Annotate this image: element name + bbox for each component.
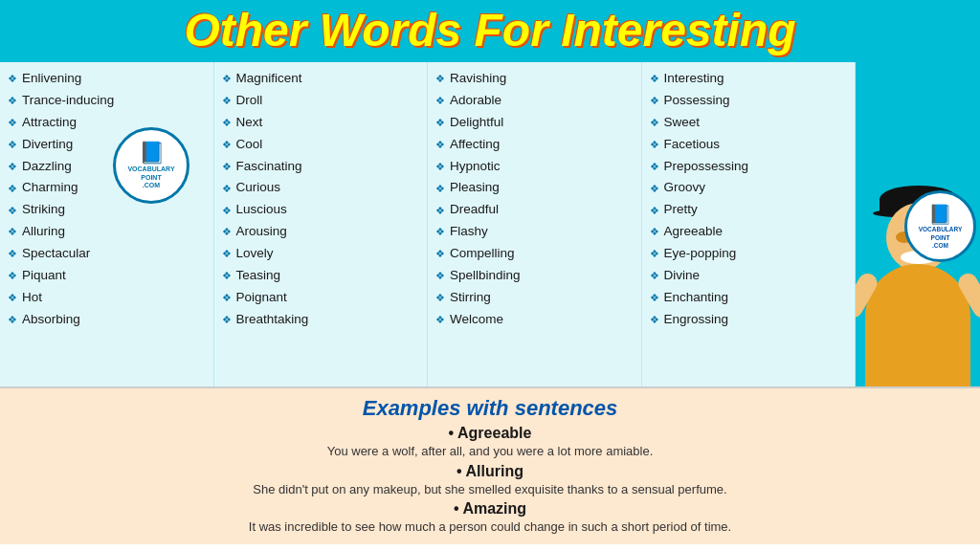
word-item: Attracting <box>8 112 206 134</box>
example-entry: • Alluring She didn't put on any makeup,… <box>19 463 961 499</box>
logo-text: VOCABULARYPOINT.COM <box>127 165 174 189</box>
word-item: Eye-popping <box>650 243 848 265</box>
word-item: Piquant <box>8 265 206 287</box>
word-item: Interesting <box>650 68 848 90</box>
word-item: Sweet <box>650 112 848 134</box>
word-item: Hypnotic <box>435 156 634 178</box>
word-item: Luscious <box>222 199 420 221</box>
word-item: Facetious <box>650 134 848 156</box>
example-entry: • Agreeable You were a wolf, after all, … <box>19 425 961 461</box>
word-item: Spectacular <box>8 243 206 265</box>
word-column-1: EnliveningTrance-inducingAttractingDiver… <box>0 62 214 387</box>
word-item: Arousing <box>222 221 420 243</box>
examples-section: Examples with sentences • Agreeable You … <box>0 386 980 544</box>
examples-heading: Examples with sentences <box>19 396 961 421</box>
word-item: Prepossessing <box>650 156 848 178</box>
word-item: Ravishing <box>435 68 634 90</box>
examples-list: • Agreeable You were a wolf, after all, … <box>19 425 961 537</box>
word-item: Divine <box>650 265 848 287</box>
word-item: Agreeable <box>650 221 848 243</box>
word-column-2: MagnificentDrollNextCoolFascinatingCurio… <box>214 62 429 387</box>
person-image-area: 📘 VOCABULARYPOINT.COM <box>856 62 980 387</box>
word-item: Stirring <box>435 287 634 309</box>
word-item: Fascinating <box>222 156 420 178</box>
word-item: Magnificent <box>222 68 420 90</box>
example-entry: • Amazing It was incredible to see how m… <box>19 500 961 537</box>
word-item: Delightful <box>435 112 634 134</box>
word-item: Dreadful <box>435 199 634 221</box>
word-item: Breathtaking <box>222 309 420 331</box>
word-item: Welcome <box>435 309 634 331</box>
word-item: Trance-inducing <box>8 90 206 112</box>
word-item: Spellbinding <box>435 265 634 287</box>
word-item: Compelling <box>435 243 634 265</box>
logo-icon: 📘 <box>139 141 165 165</box>
logo-badge-left: 📘 VOCABULARYPOINT.COM <box>113 127 189 204</box>
word-item: Affecting <box>435 134 634 156</box>
word-item: Enlivening <box>8 68 206 90</box>
word-item: Next <box>222 112 420 134</box>
word-item: Pretty <box>650 199 848 221</box>
word-item: Enchanting <box>650 287 848 309</box>
example-word: • Amazing <box>19 500 961 518</box>
word-item: Absorbing <box>8 309 206 331</box>
word-item: Alluring <box>8 221 206 243</box>
example-sentence: You were a wolf, after all, and you were… <box>19 442 961 461</box>
page-title: Other Words For Interesting <box>10 6 970 56</box>
word-item: Poignant <box>222 287 420 309</box>
word-item: Lovely <box>222 243 420 265</box>
word-item: Possessing <box>650 90 848 112</box>
word-item: Engrossing <box>650 309 848 331</box>
word-item: Groovy <box>650 177 848 199</box>
word-item: Teasing <box>222 265 420 287</box>
word-item: Striking <box>8 199 206 221</box>
example-word: • Alluring <box>19 463 961 480</box>
example-word: • Agreeable <box>19 425 961 442</box>
logo-badge-right: 📘 VOCABULARYPOINT.COM <box>904 190 976 262</box>
word-item: Hot <box>8 287 206 309</box>
word-item: Pleasing <box>435 177 634 199</box>
example-sentence: It was incredible to see how much a pers… <box>19 518 961 537</box>
word-column-4: InterestingPossessingSweetFacetiousPrepo… <box>642 62 857 387</box>
example-sentence: She didn't put on any makeup, but she sm… <box>19 480 961 499</box>
word-column-3: RavishingAdorableDelightfulAffectingHypn… <box>428 62 642 387</box>
word-item: Cool <box>222 134 420 156</box>
word-item: Droll <box>222 90 420 112</box>
word-item: Flashy <box>435 221 634 243</box>
word-item: Adorable <box>435 90 634 112</box>
word-item: Curious <box>222 177 420 199</box>
